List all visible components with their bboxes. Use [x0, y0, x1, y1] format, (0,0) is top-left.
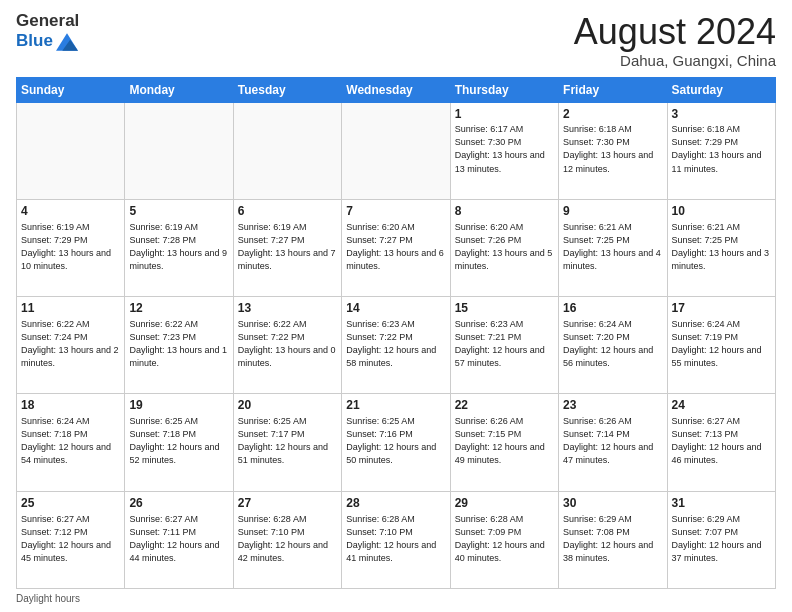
day-number: 17: [672, 300, 771, 317]
day-info: Sunrise: 6:28 AM Sunset: 7:09 PM Dayligh…: [455, 513, 554, 565]
page: General Blue August 2024 Dahua, Guangxi,…: [0, 0, 792, 612]
day-cell-1-4: 8Sunrise: 6:20 AM Sunset: 7:26 PM Daylig…: [450, 199, 558, 296]
logo-icon: [56, 31, 78, 53]
day-info: Sunrise: 6:27 AM Sunset: 7:11 PM Dayligh…: [129, 513, 228, 565]
day-info: Sunrise: 6:26 AM Sunset: 7:14 PM Dayligh…: [563, 415, 662, 467]
daylight-label: Daylight hours: [16, 593, 80, 604]
day-info: Sunrise: 6:23 AM Sunset: 7:22 PM Dayligh…: [346, 318, 445, 370]
day-number: 14: [346, 300, 445, 317]
day-cell-2-6: 17Sunrise: 6:24 AM Sunset: 7:19 PM Dayli…: [667, 297, 775, 394]
day-info: Sunrise: 6:22 AM Sunset: 7:22 PM Dayligh…: [238, 318, 337, 370]
title-block: August 2024 Dahua, Guangxi, China: [574, 12, 776, 69]
day-info: Sunrise: 6:27 AM Sunset: 7:12 PM Dayligh…: [21, 513, 120, 565]
day-info: Sunrise: 6:19 AM Sunset: 7:29 PM Dayligh…: [21, 221, 120, 273]
day-cell-4-1: 26Sunrise: 6:27 AM Sunset: 7:11 PM Dayli…: [125, 491, 233, 588]
day-cell-3-6: 24Sunrise: 6:27 AM Sunset: 7:13 PM Dayli…: [667, 394, 775, 491]
day-cell-1-1: 5Sunrise: 6:19 AM Sunset: 7:28 PM Daylig…: [125, 199, 233, 296]
day-info: Sunrise: 6:24 AM Sunset: 7:18 PM Dayligh…: [21, 415, 120, 467]
day-info: Sunrise: 6:24 AM Sunset: 7:19 PM Dayligh…: [672, 318, 771, 370]
header-wednesday: Wednesday: [342, 77, 450, 102]
day-cell-4-2: 27Sunrise: 6:28 AM Sunset: 7:10 PM Dayli…: [233, 491, 341, 588]
logo: General Blue: [16, 12, 79, 53]
week-row-1: 4Sunrise: 6:19 AM Sunset: 7:29 PM Daylig…: [17, 199, 776, 296]
day-info: Sunrise: 6:28 AM Sunset: 7:10 PM Dayligh…: [238, 513, 337, 565]
day-number: 22: [455, 397, 554, 414]
day-number: 4: [21, 203, 120, 220]
day-cell-1-5: 9Sunrise: 6:21 AM Sunset: 7:25 PM Daylig…: [559, 199, 667, 296]
day-number: 13: [238, 300, 337, 317]
day-number: 2: [563, 106, 662, 123]
day-info: Sunrise: 6:23 AM Sunset: 7:21 PM Dayligh…: [455, 318, 554, 370]
header-sunday: Sunday: [17, 77, 125, 102]
day-cell-0-4: 1Sunrise: 6:17 AM Sunset: 7:30 PM Daylig…: [450, 102, 558, 199]
day-info: Sunrise: 6:28 AM Sunset: 7:10 PM Dayligh…: [346, 513, 445, 565]
day-cell-3-2: 20Sunrise: 6:25 AM Sunset: 7:17 PM Dayli…: [233, 394, 341, 491]
header-friday: Friday: [559, 77, 667, 102]
day-info: Sunrise: 6:21 AM Sunset: 7:25 PM Dayligh…: [563, 221, 662, 273]
day-cell-3-5: 23Sunrise: 6:26 AM Sunset: 7:14 PM Dayli…: [559, 394, 667, 491]
day-info: Sunrise: 6:25 AM Sunset: 7:17 PM Dayligh…: [238, 415, 337, 467]
week-row-2: 11Sunrise: 6:22 AM Sunset: 7:24 PM Dayli…: [17, 297, 776, 394]
header-saturday: Saturday: [667, 77, 775, 102]
day-cell-4-4: 29Sunrise: 6:28 AM Sunset: 7:09 PM Dayli…: [450, 491, 558, 588]
day-cell-1-6: 10Sunrise: 6:21 AM Sunset: 7:25 PM Dayli…: [667, 199, 775, 296]
day-cell-4-5: 30Sunrise: 6:29 AM Sunset: 7:08 PM Dayli…: [559, 491, 667, 588]
day-cell-3-1: 19Sunrise: 6:25 AM Sunset: 7:18 PM Dayli…: [125, 394, 233, 491]
header-thursday: Thursday: [450, 77, 558, 102]
day-number: 1: [455, 106, 554, 123]
day-info: Sunrise: 6:17 AM Sunset: 7:30 PM Dayligh…: [455, 123, 554, 175]
logo-blue: Blue: [16, 32, 53, 51]
day-info: Sunrise: 6:25 AM Sunset: 7:18 PM Dayligh…: [129, 415, 228, 467]
day-cell-2-0: 11Sunrise: 6:22 AM Sunset: 7:24 PM Dayli…: [17, 297, 125, 394]
day-info: Sunrise: 6:27 AM Sunset: 7:13 PM Dayligh…: [672, 415, 771, 467]
day-cell-3-4: 22Sunrise: 6:26 AM Sunset: 7:15 PM Dayli…: [450, 394, 558, 491]
week-row-3: 18Sunrise: 6:24 AM Sunset: 7:18 PM Dayli…: [17, 394, 776, 491]
day-number: 15: [455, 300, 554, 317]
week-row-0: 1Sunrise: 6:17 AM Sunset: 7:30 PM Daylig…: [17, 102, 776, 199]
month-year: August 2024: [574, 12, 776, 52]
day-info: Sunrise: 6:22 AM Sunset: 7:23 PM Dayligh…: [129, 318, 228, 370]
day-number: 11: [21, 300, 120, 317]
day-cell-0-5: 2Sunrise: 6:18 AM Sunset: 7:30 PM Daylig…: [559, 102, 667, 199]
day-cell-1-2: 6Sunrise: 6:19 AM Sunset: 7:27 PM Daylig…: [233, 199, 341, 296]
day-cell-4-3: 28Sunrise: 6:28 AM Sunset: 7:10 PM Dayli…: [342, 491, 450, 588]
day-info: Sunrise: 6:20 AM Sunset: 7:27 PM Dayligh…: [346, 221, 445, 273]
day-number: 12: [129, 300, 228, 317]
day-number: 30: [563, 495, 662, 512]
day-number: 27: [238, 495, 337, 512]
day-number: 5: [129, 203, 228, 220]
day-number: 31: [672, 495, 771, 512]
day-info: Sunrise: 6:24 AM Sunset: 7:20 PM Dayligh…: [563, 318, 662, 370]
day-cell-3-3: 21Sunrise: 6:25 AM Sunset: 7:16 PM Dayli…: [342, 394, 450, 491]
day-info: Sunrise: 6:29 AM Sunset: 7:07 PM Dayligh…: [672, 513, 771, 565]
day-cell-2-1: 12Sunrise: 6:22 AM Sunset: 7:23 PM Dayli…: [125, 297, 233, 394]
header-monday: Monday: [125, 77, 233, 102]
day-number: 26: [129, 495, 228, 512]
footer: Daylight hours: [16, 593, 776, 604]
day-info: Sunrise: 6:19 AM Sunset: 7:27 PM Dayligh…: [238, 221, 337, 273]
day-number: 10: [672, 203, 771, 220]
day-cell-2-5: 16Sunrise: 6:24 AM Sunset: 7:20 PM Dayli…: [559, 297, 667, 394]
day-number: 20: [238, 397, 337, 414]
day-number: 28: [346, 495, 445, 512]
day-cell-2-2: 13Sunrise: 6:22 AM Sunset: 7:22 PM Dayli…: [233, 297, 341, 394]
header-tuesday: Tuesday: [233, 77, 341, 102]
location: Dahua, Guangxi, China: [574, 52, 776, 69]
day-cell-0-2: [233, 102, 341, 199]
day-number: 7: [346, 203, 445, 220]
day-cell-2-4: 15Sunrise: 6:23 AM Sunset: 7:21 PM Dayli…: [450, 297, 558, 394]
day-info: Sunrise: 6:25 AM Sunset: 7:16 PM Dayligh…: [346, 415, 445, 467]
day-number: 21: [346, 397, 445, 414]
day-number: 25: [21, 495, 120, 512]
day-number: 8: [455, 203, 554, 220]
day-cell-0-6: 3Sunrise: 6:18 AM Sunset: 7:29 PM Daylig…: [667, 102, 775, 199]
day-number: 23: [563, 397, 662, 414]
day-cell-0-3: [342, 102, 450, 199]
day-cell-3-0: 18Sunrise: 6:24 AM Sunset: 7:18 PM Dayli…: [17, 394, 125, 491]
day-number: 9: [563, 203, 662, 220]
day-number: 16: [563, 300, 662, 317]
day-info: Sunrise: 6:18 AM Sunset: 7:29 PM Dayligh…: [672, 123, 771, 175]
day-cell-4-6: 31Sunrise: 6:29 AM Sunset: 7:07 PM Dayli…: [667, 491, 775, 588]
day-number: 29: [455, 495, 554, 512]
day-number: 24: [672, 397, 771, 414]
